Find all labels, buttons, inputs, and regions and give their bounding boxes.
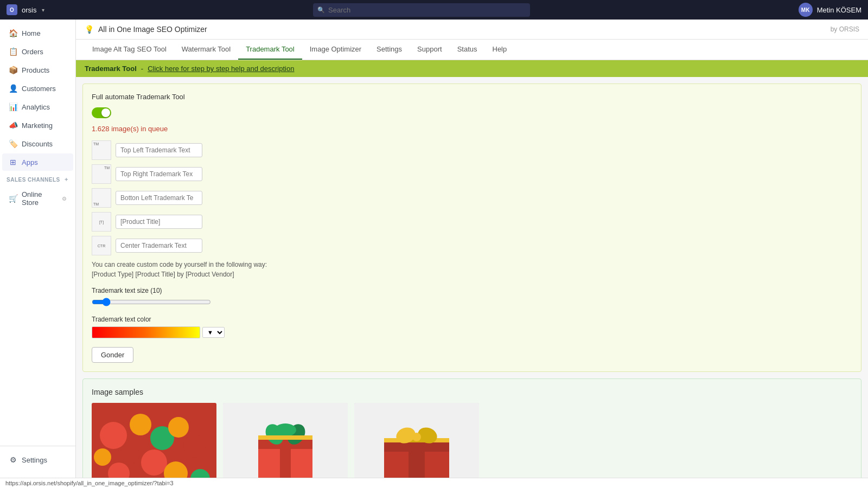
- bottom-left-trademark-input[interactable]: [116, 191, 202, 205]
- sidebar-item-home[interactable]: 🏠 Home: [2, 24, 73, 42]
- sidebar-item-settings[interactable]: ⚙ Settings: [2, 451, 73, 468]
- tab-watermark[interactable]: Watermark Tool: [174, 40, 238, 60]
- sidebar-label-orders: Orders: [22, 48, 43, 56]
- top-right-trademark-input[interactable]: [116, 167, 202, 181]
- tab-support[interactable]: Support: [410, 40, 450, 60]
- custom-code-line1: You can create custom code by yourself i…: [92, 260, 852, 269]
- sidebar: 🏠 Home 📋 Orders 📦 Products 👤 Customers 📊…: [0, 20, 76, 478]
- status-url: https://api.orsis.net/shopify/all_in_one…: [5, 480, 174, 486]
- svg-point-4: [120, 445, 139, 464]
- topbar: O orsis ▾ MK Metin KÖSEM: [0, 0, 868, 20]
- automate-label: Full automate Trademark Tool: [92, 93, 185, 101]
- sample-image-gift2: [354, 403, 479, 478]
- chevron-down-icon[interactable]: ▾: [42, 7, 44, 13]
- sidebar-item-products[interactable]: 📦 Products: [2, 61, 73, 79]
- search-input[interactable]: [313, 3, 530, 17]
- online-store-icon: 🛒: [9, 194, 17, 203]
- center-trademark-input[interactable]: [116, 239, 202, 253]
- preview-center: [92, 236, 111, 255]
- sidebar-label-online-store: Online Store: [22, 190, 58, 207]
- sidebar-item-discounts[interactable]: 🏷️ Discounts: [2, 135, 73, 152]
- color-label: Trademark text color: [92, 316, 852, 323]
- sidebar-label-analytics: Analytics: [22, 103, 50, 111]
- image-samples-section: Image samples: [82, 378, 861, 478]
- online-store-settings-icon[interactable]: ⚙: [62, 196, 67, 202]
- color-row: ▼: [92, 326, 852, 338]
- toggle-knob: [101, 108, 110, 117]
- home-icon: 🏠: [9, 29, 17, 37]
- image-samples-title: Image samples: [92, 388, 852, 396]
- marketing-icon: 📣: [9, 121, 17, 130]
- tab-image-optimizer[interactable]: Image Optimizer: [302, 40, 369, 60]
- automate-row: Full automate Trademark Tool: [92, 93, 852, 101]
- tab-image-alt[interactable]: Image Alt Tag SEO Tool: [85, 40, 174, 60]
- products-icon: 📦: [9, 66, 17, 74]
- svg-point-6: [168, 417, 189, 438]
- sidebar-item-apps[interactable]: ⊞ Apps: [2, 153, 73, 171]
- tab-help[interactable]: Help: [485, 40, 515, 60]
- search-wrap: [313, 3, 530, 17]
- tool-banner-help-link[interactable]: Click here for step by step help and des…: [148, 65, 294, 73]
- custom-code-hint: You can create custom code by yourself i…: [92, 260, 852, 279]
- content-area: 💡 All in One Image SEO Optimizer by ORSI…: [76, 20, 868, 478]
- tab-status[interactable]: Status: [450, 40, 485, 60]
- add-sales-channel-icon[interactable]: ＋: [63, 176, 69, 183]
- custom-code-line2: [Product Type] [Product Title] by [Produ…: [92, 269, 852, 279]
- trademark-row-top-right: [92, 164, 852, 184]
- discounts-icon: 🏷️: [9, 139, 17, 148]
- svg-rect-19: [258, 435, 312, 440]
- tab-settings[interactable]: Settings: [369, 40, 410, 60]
- sales-channels-section: SALES CHANNELS ＋: [0, 171, 75, 185]
- store-icon: O: [7, 4, 17, 15]
- svg-point-18: [275, 423, 296, 436]
- svg-point-1: [100, 422, 127, 449]
- sidebar-label-customers: Customers: [22, 85, 56, 93]
- search-bar: [313, 3, 530, 17]
- sample-image-gift1: [223, 403, 348, 478]
- svg-point-7: [183, 435, 206, 458]
- tabs-bar: Image Alt Tag SEO Tool Watermark Tool Tr…: [76, 40, 868, 60]
- tab-trademark[interactable]: Trademark Tool: [238, 40, 302, 60]
- gift2-svg: [354, 403, 479, 478]
- sidebar-item-analytics[interactable]: 📊 Analytics: [2, 98, 73, 115]
- user-name: Metin KÖSEM: [817, 6, 861, 14]
- sidebar-label-apps: Apps: [22, 158, 38, 166]
- by-label: by ORSIS: [831, 25, 859, 33]
- color-dropdown[interactable]: ▼: [202, 327, 225, 338]
- tomatoes-svg: [92, 403, 216, 478]
- svg-rect-23: [409, 438, 425, 478]
- image-grid: [92, 403, 852, 478]
- sidebar-label-home: Home: [22, 29, 41, 37]
- sidebar-item-customers[interactable]: 👤 Customers: [2, 80, 73, 97]
- toggle-row: [92, 107, 852, 118]
- sidebar-item-marketing[interactable]: 📣 Marketing: [2, 117, 73, 134]
- tool-banner: Trademark Tool - Click here for step by …: [76, 60, 868, 77]
- lightbulb-icon: 💡: [85, 25, 94, 34]
- sidebar-label-settings: Settings: [22, 456, 47, 464]
- app-header: 💡 All in One Image SEO Optimizer by ORSI…: [76, 20, 868, 40]
- sidebar-label-marketing: Marketing: [22, 121, 53, 130]
- top-left-trademark-input[interactable]: [116, 143, 202, 157]
- app-title: All in One Image SEO Optimizer: [98, 25, 207, 34]
- color-swatch[interactable]: [92, 326, 200, 338]
- automate-toggle[interactable]: [92, 107, 111, 118]
- sidebar-item-orders[interactable]: 📋 Orders: [2, 43, 73, 60]
- sample-image-tomatoes: [92, 403, 216, 478]
- text-size-slider[interactable]: [92, 298, 211, 306]
- status-bar: https://api.orsis.net/shopify/all_in_one…: [0, 478, 868, 488]
- orders-icon: 📋: [9, 47, 17, 56]
- avatar: MK: [799, 3, 813, 17]
- topbar-left: O orsis ▾: [7, 4, 44, 15]
- svg-point-2: [130, 414, 151, 435]
- svg-point-11: [94, 448, 111, 466]
- queue-count: 1.628 image(s) in queue: [92, 125, 852, 133]
- topbar-right: MK Metin KÖSEM: [799, 3, 861, 17]
- gift1-svg: [223, 403, 348, 478]
- submit-button[interactable]: Gonder: [92, 347, 133, 363]
- product-title-trademark-input[interactable]: [116, 215, 202, 229]
- sidebar-label-discounts: Discounts: [22, 140, 53, 148]
- sidebar-item-online-store[interactable]: 🛒 Online Store ⚙: [2, 186, 73, 211]
- svg-point-5: [141, 450, 167, 476]
- trademark-row-product-title: [92, 212, 852, 232]
- settings-icon: ⚙: [9, 455, 17, 464]
